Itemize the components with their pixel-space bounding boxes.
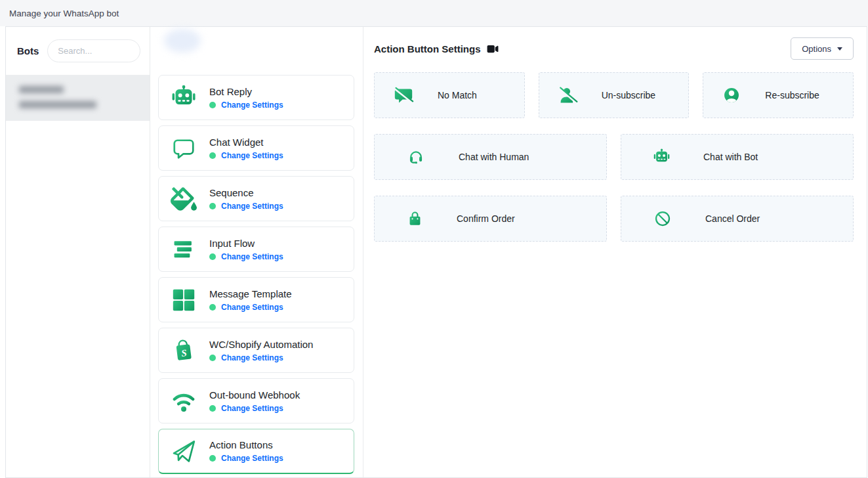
user-circle-icon xyxy=(722,85,741,105)
change-settings-link[interactable]: Change Settings xyxy=(221,100,283,110)
redacted-bot-name xyxy=(19,86,64,93)
action-button-settings-panel: Action Button Settings Options No xyxy=(363,27,867,477)
fill-drip-icon xyxy=(169,187,198,211)
selected-bot-item[interactable] xyxy=(6,75,150,121)
card-title: Sequence xyxy=(209,187,283,198)
change-settings-link[interactable]: Change Settings xyxy=(221,252,283,261)
change-settings-link[interactable]: Change Settings xyxy=(221,454,283,463)
sidebar-heading: Bots xyxy=(17,45,39,56)
action-button-label: Confirm Order xyxy=(457,213,515,224)
card-title: Action Buttons xyxy=(209,439,283,450)
change-settings-link[interactable]: Change Settings xyxy=(221,202,283,211)
sidebar-header: Bots xyxy=(6,27,150,75)
user-slash-icon xyxy=(558,86,578,105)
action-button-chat-with-human[interactable]: Chat with Human xyxy=(374,134,607,180)
status-dot-icon xyxy=(209,455,216,462)
status-dot-icon xyxy=(209,203,216,209)
card-title: WC/Shopify Automation xyxy=(209,339,313,350)
options-button-label: Options xyxy=(802,44,831,54)
options-button[interactable]: Options xyxy=(791,37,854,60)
settings-card-chat-widget[interactable]: Chat Widget Change Settings xyxy=(158,125,354,171)
video-camera-icon[interactable] xyxy=(487,44,499,54)
status-dot-icon xyxy=(209,405,216,412)
change-settings-link[interactable]: Change Settings xyxy=(221,303,283,312)
comment-slash-icon xyxy=(393,86,414,105)
action-button-un-subscribe[interactable]: Un-subscribe xyxy=(539,72,690,118)
redacted-bot-phone xyxy=(19,101,96,108)
settings-card-wc-shopify-automation[interactable]: S WC/Shopify Automation Change Settings xyxy=(158,328,354,373)
ban-icon xyxy=(653,209,672,228)
settings-card-message-template[interactable]: Message Template Change Settings xyxy=(158,277,354,322)
change-settings-link[interactable]: Change Settings xyxy=(221,353,283,362)
status-dot-icon xyxy=(209,304,216,311)
robot-icon xyxy=(169,85,198,111)
settings-cards-column: Bot Reply Change Settings Chat Widget Ch… xyxy=(150,27,363,477)
bots-sidebar: Bots xyxy=(6,27,150,477)
card-title: Bot Reply xyxy=(209,86,283,97)
caret-down-icon xyxy=(837,47,842,51)
grid-icon xyxy=(169,288,198,312)
status-dot-icon xyxy=(209,102,216,108)
status-dot-icon xyxy=(209,253,216,260)
chat-bubble-icon xyxy=(169,136,198,161)
settings-card-action-buttons[interactable]: Action Buttons Change Settings xyxy=(158,429,354,474)
top-bar: Manage your WhatsApp bot xyxy=(0,0,868,26)
card-title: Chat Widget xyxy=(209,137,283,148)
bars-icon xyxy=(169,238,198,261)
card-title: Out-bound Webhook xyxy=(209,389,300,401)
action-button-cancel-order[interactable]: Cancel Order xyxy=(621,196,854,242)
main-panel: Bots Bot Reply Change Settings xyxy=(5,26,867,478)
card-title: Message Template xyxy=(209,288,292,299)
change-settings-link[interactable]: Change Settings xyxy=(221,151,283,160)
action-button-label: Chat with Bot xyxy=(703,152,758,162)
action-button-label: Cancel Order xyxy=(705,213,760,224)
panel-title: Action Button Settings xyxy=(374,43,480,54)
headset-icon xyxy=(406,148,426,167)
action-button-re-subscribe[interactable]: Re-subscribe xyxy=(703,72,854,118)
action-button-label: Un-subscribe xyxy=(602,90,655,100)
card-title: Input Flow xyxy=(209,238,283,249)
settings-card-input-flow[interactable]: Input Flow Change Settings xyxy=(158,227,354,272)
wifi-icon xyxy=(169,389,198,413)
robot-icon xyxy=(653,148,671,166)
search-input[interactable] xyxy=(47,39,140,62)
action-button-chat-with-bot[interactable]: Chat with Bot xyxy=(621,134,854,180)
action-button-confirm-order[interactable]: Confirm Order xyxy=(374,196,607,242)
action-button-label: No Match xyxy=(438,90,477,100)
settings-card-sequence[interactable]: Sequence Change Settings xyxy=(158,176,354,221)
action-button-label: Re-subscribe xyxy=(765,90,819,100)
status-dot-icon xyxy=(209,152,216,159)
settings-card-bot-reply[interactable]: Bot Reply Change Settings xyxy=(158,75,354,120)
bag-shopping-icon xyxy=(406,209,424,228)
settings-card-outbound-webhook[interactable]: Out-bound Webhook Change Settings xyxy=(158,378,354,424)
action-button-no-match[interactable]: No Match xyxy=(374,72,525,118)
action-button-label: Chat with Human xyxy=(459,152,529,162)
page-title: Manage your WhatsApp bot xyxy=(9,9,119,18)
change-settings-link[interactable]: Change Settings xyxy=(221,404,283,413)
paper-plane-icon xyxy=(169,438,198,464)
shopify-icon: S xyxy=(169,337,198,364)
blurred-blob xyxy=(164,29,201,53)
status-dot-icon xyxy=(209,355,216,361)
